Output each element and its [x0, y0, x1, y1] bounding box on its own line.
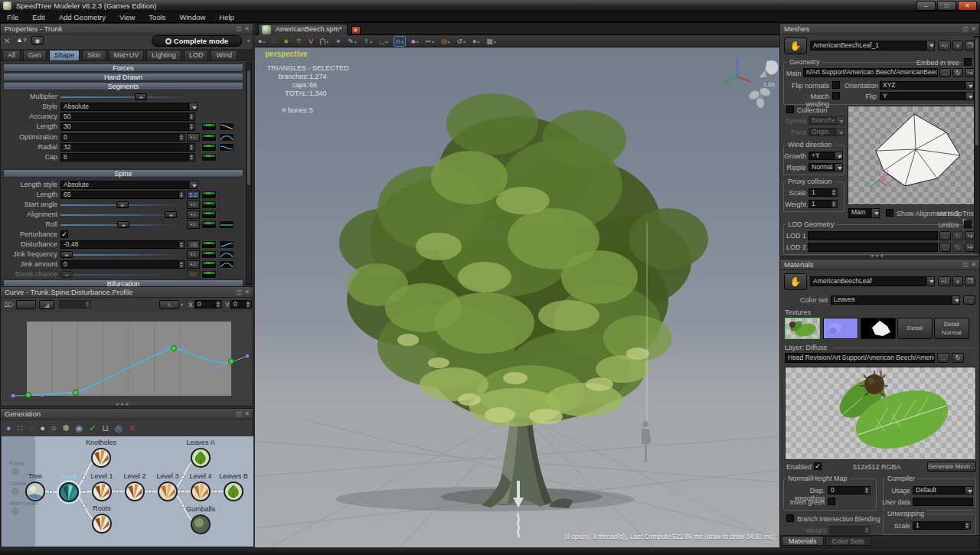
rotate-view-icon[interactable]: ↺▾ — [456, 37, 468, 47]
camera-tool-icon[interactable]: ●▾ — [256, 37, 266, 47]
focus-target-icon[interactable]: ◎ — [112, 423, 126, 433]
tab-lod[interactable]: LOD — [184, 50, 209, 61]
tab-skin[interactable]: Skin — [82, 50, 106, 61]
spine-length-badge[interactable]: 5.0 — [187, 191, 200, 199]
menu-file[interactable]: File — [0, 11, 25, 23]
keyframe-tool-icon[interactable]: ◎▾ — [439, 37, 452, 47]
mesh-plusminus-button[interactable]: +/- — [938, 41, 951, 51]
diffuse-texture-thumb[interactable] — [785, 318, 820, 339]
perturbance-checkbox[interactable]: ✓ — [60, 230, 68, 238]
optimization-curve-box[interactable] — [201, 133, 217, 142]
cap-input[interactable]: 6 — [60, 153, 189, 162]
unitize-checkbox[interactable] — [964, 220, 972, 228]
jink-frequency-profile-curve[interactable] — [219, 250, 234, 259]
float-panel-icon[interactable]: ◫ — [236, 25, 242, 33]
jink-amount-curve-box[interactable] — [201, 260, 217, 269]
color-set-apply-icon[interactable]: → — [963, 295, 975, 305]
curve-index-spinner[interactable] — [85, 300, 91, 309]
spine-length-spinner[interactable] — [179, 191, 185, 199]
spines-caret-icon[interactable] — [836, 116, 844, 125]
section-spine[interactable]: Spine — [3, 169, 243, 178]
jink-amount-spinner[interactable] — [179, 260, 185, 269]
curve-preset-button[interactable]: ∿ — [159, 300, 179, 309]
disp-smoothing-spinner[interactable] — [864, 486, 871, 495]
length-curve-box[interactable] — [201, 122, 217, 131]
hide-tool-icon[interactable]: ◡▾ — [377, 37, 390, 47]
spine-length-curve-box[interactable] — [201, 191, 217, 199]
close-panel-icon[interactable]: ✕ — [971, 25, 976, 33]
preview-lod-caret-icon[interactable] — [871, 208, 880, 218]
disturbance-spinner[interactable] — [179, 240, 185, 249]
diffuse-path-field[interactable]: Head Revision/Art Support/American Beech… — [785, 353, 935, 363]
length-spinner[interactable] — [189, 122, 195, 131]
eye-icon[interactable]: ◉ — [73, 423, 87, 433]
tab-all[interactable]: All — [2, 50, 21, 61]
tab-wind[interactable]: Wind — [211, 50, 237, 61]
unwrap-scale-input[interactable]: 1 — [913, 521, 965, 530]
fan-tool-icon[interactable]: ✶ — [334, 37, 343, 47]
mesh-selector-caret-icon[interactable] — [926, 41, 935, 51]
enable-check-icon[interactable]: ✓ — [86, 423, 99, 433]
lod2-path-field[interactable] — [808, 243, 938, 252]
disturbance-input[interactable]: -0.46 — [60, 240, 179, 249]
eye-toggle-button[interactable]: ◉ — [31, 36, 44, 45]
curve-preset-caret-icon[interactable]: ▾ — [181, 302, 183, 307]
lock-icon[interactable]: ⊔ — [100, 423, 113, 433]
hands-icon[interactable]: ✽ — [60, 423, 73, 433]
flip-normals-checkbox[interactable] — [832, 81, 840, 89]
grab-material-icon[interactable]: ✋ — [784, 273, 807, 290]
material-selector-caret-icon[interactable] — [926, 276, 935, 286]
tab-mat-uv[interactable]: Mat+UV — [109, 50, 145, 61]
section-hand-drawn[interactable]: Hand Drawn — [3, 73, 243, 81]
lod2-reload-icon[interactable]: ↻ — [952, 243, 963, 252]
grow-tool-icon[interactable]: ⇑▾ — [362, 37, 374, 47]
document-tab[interactable]: AmericanBeech.spm* ✕ — [258, 24, 348, 35]
proxy-weight-spinner[interactable] — [831, 200, 838, 208]
pointer-help-icon[interactable]: ▲? — [16, 36, 26, 44]
camera-mode-label[interactable]: perspective — [265, 50, 308, 58]
x-spinner[interactable] — [216, 300, 222, 309]
optimization-spinner[interactable] — [179, 133, 185, 142]
splitter-handle[interactable]: ●●● — [116, 401, 130, 406]
material-add-remove-button[interactable]: ± — [952, 276, 963, 286]
close-panel-icon[interactable]: ✕ — [971, 261, 976, 269]
jink-amount-profile-curve[interactable] — [219, 260, 234, 269]
mode-caret-icon[interactable]: ▾ — [247, 38, 250, 43]
roll-profile-curve[interactable] — [219, 220, 234, 229]
mesh-add-remove-button[interactable]: ± — [952, 41, 963, 51]
jink-amount-plusminus-button[interactable]: +/- — [187, 260, 200, 269]
unwrap-scale-spinner[interactable] — [965, 521, 971, 530]
leaf-tool-icon[interactable]: ★ — [282, 37, 291, 47]
float-panel-icon[interactable]: ◫ — [236, 289, 242, 296]
lod1-path-field[interactable] — [808, 231, 938, 240]
lod1-browse-button[interactable]: ... — [939, 231, 951, 240]
float-panel-icon[interactable]: ◫ — [236, 410, 242, 418]
optimization-profile-curve[interactable] — [219, 133, 234, 142]
alignment-slider[interactable]: ◂▸ — [60, 211, 179, 219]
umbrella-tool-icon[interactable]: ⋂▾ — [318, 37, 330, 47]
usage-caret-icon[interactable] — [965, 486, 973, 495]
multiplier-slider[interactable]: ◂▸ — [60, 93, 189, 101]
main-obj-path-field[interactable]: n/Art Support/American Beech/AmericanBee… — [803, 68, 938, 77]
close-panel-icon[interactable]: ✕ — [244, 25, 250, 33]
detail-normal-texture-button[interactable]: Detail Normal — [934, 318, 969, 339]
x-value-input[interactable]: 0 — [194, 300, 216, 309]
jink-frequency-plusminus-button[interactable]: +/- — [187, 250, 200, 259]
style-dropdown[interactable]: Absolute — [60, 103, 189, 111]
diffuse-reload-icon[interactable]: ↻ — [952, 353, 964, 363]
optimization-plusminus-button[interactable]: +/- — [187, 133, 200, 142]
alignment-curve-box[interactable] — [201, 211, 217, 219]
bib-weight-input[interactable] — [829, 526, 864, 534]
float-panel-icon[interactable]: ◫ — [962, 25, 969, 33]
disturbance-curve-box[interactable] — [201, 240, 217, 249]
ripple-caret-icon[interactable] — [835, 163, 843, 171]
color-set-caret-icon[interactable] — [952, 295, 960, 305]
menu-add-geometry[interactable]: Add Geometry — [52, 11, 113, 23]
node-edit-tool-icon[interactable]: ∴ — [270, 37, 278, 47]
viewport-3d[interactable]: perspective TRIANGLES - SELECTED branche… — [255, 47, 779, 547]
cap-curve-box[interactable] — [201, 153, 217, 162]
properties-scrollbar[interactable] — [246, 62, 252, 284]
add-node-icon[interactable]: ● — [3, 423, 15, 433]
maximize-button[interactable]: □ — [937, 1, 956, 11]
draw-tool-icon[interactable]: ✎▾ — [346, 37, 358, 47]
